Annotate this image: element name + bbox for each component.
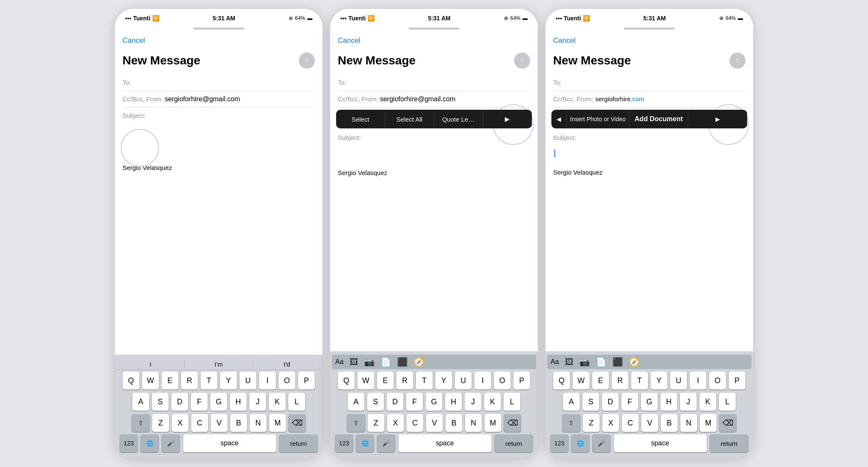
key-o-3[interactable]: O xyxy=(709,372,726,389)
key-j-1[interactable]: J xyxy=(249,393,266,411)
key-h-3[interactable]: H xyxy=(660,393,677,411)
key-h-2[interactable]: H xyxy=(445,393,462,411)
key-d-2[interactable]: D xyxy=(387,393,403,411)
send-button-2[interactable]: ↑ xyxy=(514,53,530,69)
key-a-2[interactable]: A xyxy=(348,393,364,411)
cm2-back-3[interactable]: ◀ xyxy=(551,110,567,128)
key-v-3[interactable]: V xyxy=(641,414,658,432)
toolbar-camera-2[interactable]: 📷 xyxy=(364,357,375,367)
key-n-1[interactable]: N xyxy=(250,414,267,432)
send-button-1[interactable]: ↑ xyxy=(299,53,315,69)
key-s-3[interactable]: S xyxy=(582,393,599,411)
key-return-3[interactable]: return xyxy=(710,434,748,452)
key-shift-2[interactable]: ⇧ xyxy=(347,414,365,432)
cm2-fwd-3[interactable]: ▶ xyxy=(688,110,747,128)
ccbcc-field-1[interactable]: Cc/Bcc, From: sergioforhire@gmail.com xyxy=(122,91,315,108)
cancel-button-2[interactable]: Cancel xyxy=(338,31,530,50)
key-c-1[interactable]: C xyxy=(191,414,208,432)
key-w-2[interactable]: W xyxy=(357,372,374,389)
key-b-2[interactable]: B xyxy=(445,414,462,432)
pred-word-1-0[interactable]: I xyxy=(117,361,185,368)
key-w-3[interactable]: W xyxy=(573,372,590,389)
cancel-button-1[interactable]: Cancel xyxy=(122,31,315,50)
toolbar-photos-2[interactable]: 🖼 xyxy=(350,357,358,367)
cm2-insert-photo-3[interactable]: Insert Photo or Video xyxy=(567,110,629,128)
key-n-3[interactable]: N xyxy=(680,414,697,432)
key-s-1[interactable]: S xyxy=(152,393,169,411)
key-p-3[interactable]: P xyxy=(729,372,746,389)
key-x-2[interactable]: X xyxy=(387,414,404,432)
toolbar-doc-2[interactable]: 📄 xyxy=(381,357,391,367)
key-mic-2[interactable]: 🎤 xyxy=(377,434,395,452)
key-shift-1[interactable]: ⇧ xyxy=(132,414,150,432)
toolbar-scan-3[interactable]: ⬛ xyxy=(612,357,623,367)
key-j-2[interactable]: J xyxy=(465,393,481,411)
key-globe-2[interactable]: 🌐 xyxy=(356,434,374,452)
key-t-3[interactable]: T xyxy=(631,372,648,389)
key-e-1[interactable]: E xyxy=(161,372,178,389)
cancel-button-3[interactable]: Cancel xyxy=(553,31,746,50)
key-y-3[interactable]: Y xyxy=(651,372,668,389)
key-r-3[interactable]: R xyxy=(612,372,629,389)
key-m-1[interactable]: M xyxy=(269,414,286,432)
key-q-1[interactable]: Q xyxy=(122,372,139,389)
key-mic-1[interactable]: 🎤 xyxy=(162,434,180,452)
key-f-3[interactable]: F xyxy=(621,393,638,411)
key-u-1[interactable]: U xyxy=(239,372,256,389)
key-delete-3[interactable]: ⌫ xyxy=(719,414,736,432)
key-globe-3[interactable]: 🌐 xyxy=(571,434,589,452)
key-globe-1[interactable]: 🌐 xyxy=(141,434,159,452)
key-p-2[interactable]: P xyxy=(513,372,530,389)
key-l-3[interactable]: L xyxy=(719,393,736,411)
key-a-3[interactable]: A xyxy=(563,393,580,411)
key-m-3[interactable]: M xyxy=(700,414,717,432)
key-r-1[interactable]: R xyxy=(181,372,198,389)
key-v-2[interactable]: V xyxy=(426,414,443,432)
subject-field-3[interactable]: Subject: xyxy=(553,130,746,144)
key-mic-3[interactable]: 🎤 xyxy=(593,434,610,452)
key-p-1[interactable]: P xyxy=(298,372,315,389)
key-k-2[interactable]: K xyxy=(484,393,501,411)
to-field-3[interactable]: To: xyxy=(553,75,746,91)
key-c-2[interactable]: C xyxy=(406,414,423,432)
toolbar-doc-3[interactable]: 📄 xyxy=(596,357,606,367)
key-z-3[interactable]: Z xyxy=(583,414,600,432)
key-i-3[interactable]: I xyxy=(690,372,707,389)
key-q-2[interactable]: Q xyxy=(338,372,355,389)
cm-quote-2[interactable]: Quote Le… xyxy=(434,110,483,128)
key-z-2[interactable]: Z xyxy=(367,414,384,432)
subject-field-1[interactable]: Subject: xyxy=(122,108,315,122)
key-h-1[interactable]: H xyxy=(230,393,247,411)
key-l-1[interactable]: L xyxy=(288,393,305,411)
key-q-3[interactable]: Q xyxy=(553,372,570,389)
toolbar-camera-3[interactable]: 📷 xyxy=(579,357,590,367)
key-t-1[interactable]: T xyxy=(200,372,217,389)
key-g-3[interactable]: G xyxy=(641,393,658,411)
toolbar-aa-2[interactable]: Aa xyxy=(335,358,344,366)
key-shift-3[interactable]: ⇧ xyxy=(562,414,580,432)
key-b-3[interactable]: B xyxy=(661,414,678,432)
key-s-2[interactable]: S xyxy=(367,393,384,411)
ccbcc-field-3[interactable]: Cc/Bcc, From: sergioforhire.com xyxy=(553,91,746,108)
key-c-3[interactable]: C xyxy=(622,414,639,432)
key-n-2[interactable]: N xyxy=(465,414,482,432)
key-d-3[interactable]: D xyxy=(602,393,619,411)
subject-field-2[interactable]: Subject: xyxy=(338,130,530,144)
key-a-1[interactable]: A xyxy=(132,393,149,411)
key-delete-2[interactable]: ⌫ xyxy=(504,414,521,432)
key-space-3[interactable]: space xyxy=(614,434,707,452)
toolbar-aa-3[interactable]: Aa xyxy=(551,358,559,366)
key-x-1[interactable]: X xyxy=(172,414,189,432)
key-r-2[interactable]: R xyxy=(396,372,413,389)
ccbcc-field-2[interactable]: Cc/Bcc, From: sergioforhire@gmail.com xyxy=(338,91,530,108)
cm2-add-doc-3[interactable]: Add Document xyxy=(629,110,688,128)
key-num-1[interactable]: 123 xyxy=(120,434,138,452)
key-o-1[interactable]: O xyxy=(278,372,295,389)
key-space-1[interactable]: space xyxy=(183,434,276,452)
cm-select-all-2[interactable]: Select All xyxy=(385,110,434,128)
to-field-2[interactable]: To: xyxy=(338,75,530,91)
key-i-2[interactable]: I xyxy=(474,372,491,389)
key-e-2[interactable]: E xyxy=(377,372,394,389)
toolbar-compass-2[interactable]: 🧭 xyxy=(414,357,424,367)
key-z-1[interactable]: Z xyxy=(152,414,169,432)
